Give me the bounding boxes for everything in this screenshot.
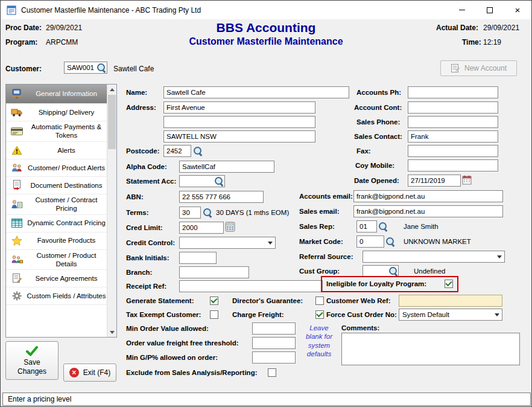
terms-lookup-icon[interactable] [203,208,212,217]
statement-acc-lookup-icon[interactable] [214,176,224,186]
status-text: Enter a pricing level [8,395,71,403]
account-cont-input[interactable] [408,101,498,114]
sidebar-item-automatic-payments[interactable]: Automatic Payments & Tokens [6,121,107,142]
sidebar-item-label: Favourite Products [27,236,106,245]
tax-exempt-label: Tax Exempt Customer: [126,311,201,318]
min-gp-input[interactable] [252,351,296,364]
coy-mobile-input[interactable] [408,159,498,171]
sales-email-input[interactable] [353,205,503,217]
generate-statement-checkbox[interactable] [210,296,218,305]
bank-initials-label: Bank Initials: [126,254,169,261]
min-order-input[interactable] [252,322,296,335]
terms-input[interactable] [179,207,201,219]
customer-lookup-icon[interactable] [97,63,106,72]
sidebar-list: General Information Shipping/ Delivery A… [6,85,107,337]
close-button[interactable]: × [504,1,531,19]
tax-exempt-checkbox[interactable] [210,310,218,319]
credit-control-select[interactable] [179,237,276,249]
exclude-label: Exclude from Sales Analysis/Reporting: [126,369,258,376]
sales-contact-label: Sales Contact: [354,133,402,140]
name-label: Name: [126,89,147,96]
force-cust-order-label: Force Cust Order No: [326,311,397,318]
new-account-button[interactable]: New Account [440,60,517,76]
cust-group-lookup-icon[interactable] [388,266,398,276]
save-changes-button[interactable]: Save Changes [5,341,59,380]
sidebar-item-label: Customer/ Product Alerts [27,164,106,172]
charge-freight-checkbox[interactable] [315,310,324,319]
actual-date-label: Actual Date: [436,24,478,32]
postcode-input[interactable] [163,145,191,157]
exit-button[interactable]: × Exit (F4) [63,364,116,382]
credit-card-icon [7,127,27,136]
accounts-email-label: Accounts email: [299,193,353,200]
market-code-name: UNKNOWN MARKET [404,238,471,245]
address-line3-input[interactable] [163,130,315,143]
sidebar-item-label: General Information [27,89,106,98]
sidebar-item-custom-fields[interactable]: Custom Fields / Attributes [6,287,107,305]
customer-web-ref-input[interactable] [399,295,502,307]
fax-input[interactable] [408,145,498,157]
freight-free-input[interactable] [252,337,296,349]
date-opened-input[interactable] [408,175,461,187]
name-input[interactable] [163,86,349,98]
window-title: Customer Masterfile Maintenance - ABC Tr… [21,6,201,14]
sidebar-item-document-destinations[interactable]: Document Destinations [6,177,107,194]
comments-label: Comments: [341,324,379,332]
postcode-lookup-icon[interactable] [193,146,203,156]
exclude-checkbox[interactable] [268,368,276,377]
sidebar-item-customer-contract-pricing[interactable]: Customer / Contract Pricing [6,194,107,215]
sidebar-item-label: Customer / Contract Pricing [27,196,106,213]
branch-label: Branch: [126,269,152,276]
address-line2-input[interactable] [163,116,315,128]
scroll-thumb[interactable] [108,95,116,149]
generate-statement-label: Generate Statement: [126,297,194,304]
sidebar-item-customer-product-details[interactable]: Customer / Product Details [6,250,107,271]
postcode-label: Postcode: [126,147,160,155]
market-code-input[interactable] [356,236,384,248]
sales-contact-input[interactable] [408,130,498,143]
bank-initials-input[interactable] [179,252,217,264]
sidebar-item-shipping-delivery[interactable]: Shipping/ Delivery [6,104,107,121]
accounts-email-input[interactable] [353,190,503,202]
sidebar-item-alerts[interactable]: Alerts [6,142,107,159]
sales-rep-input[interactable] [356,220,377,232]
calculator-icon[interactable] [225,222,235,232]
cred-limit-input[interactable] [179,222,224,234]
address-line1-input[interactable] [163,101,315,114]
receipt-ref-input[interactable] [179,280,323,292]
referral-source-select[interactable] [363,251,505,263]
maximize-button[interactable] [476,1,504,19]
chevron-down-icon [495,313,499,316]
scroll-down-button[interactable] [107,327,116,337]
loyalty-checkbox[interactable] [445,280,453,288]
statement-acc-label: Statement Acc: [126,178,176,185]
sidebar-scrollbar[interactable] [107,85,116,337]
title-bar[interactable]: Customer Masterfile Maintenance - ABC Tr… [1,1,531,19]
sidebar-item-favourite-products[interactable]: Favourite Products [6,232,107,250]
abn-input[interactable] [179,191,264,203]
comments-textarea[interactable] [341,333,520,365]
sidebar-item-dynamic-contract-pricing[interactable]: Dynamic Contract Pricing [6,215,107,232]
force-cust-order-select[interactable]: System Default [399,309,502,321]
sidebar-item-customer-product-alerts[interactable]: Customer/ Product Alerts [6,159,107,177]
cred-limit-label: Cred Limit: [126,224,163,231]
branch-input[interactable] [179,266,249,278]
market-code-lookup-icon[interactable] [385,237,395,246]
date-opened-label: Date Opened: [354,177,399,184]
sidebar-item-service-agreements[interactable]: Service Agreements [6,270,107,287]
accounts-ph-input[interactable] [408,86,498,98]
star-icon [7,236,27,246]
sales-phone-input[interactable] [408,116,498,128]
sidebar-item-general-information[interactable]: General Information [6,85,107,104]
sidebar-item-label: Dynamic Contract Pricing [27,219,106,227]
sidebar-item-label: Service Agreements [27,274,106,283]
sales-rep-name: Jane Smith [404,223,439,230]
scroll-up-button[interactable] [107,85,116,94]
sales-rep-lookup-icon[interactable] [378,222,388,231]
chevron-down-icon [268,242,273,245]
alpha-code-input[interactable] [179,161,274,173]
app-icon [7,5,16,15]
minimize-button[interactable] [448,1,476,19]
calendar-icon[interactable] [462,175,472,185]
directors-guarantee-checkbox[interactable] [315,296,324,305]
